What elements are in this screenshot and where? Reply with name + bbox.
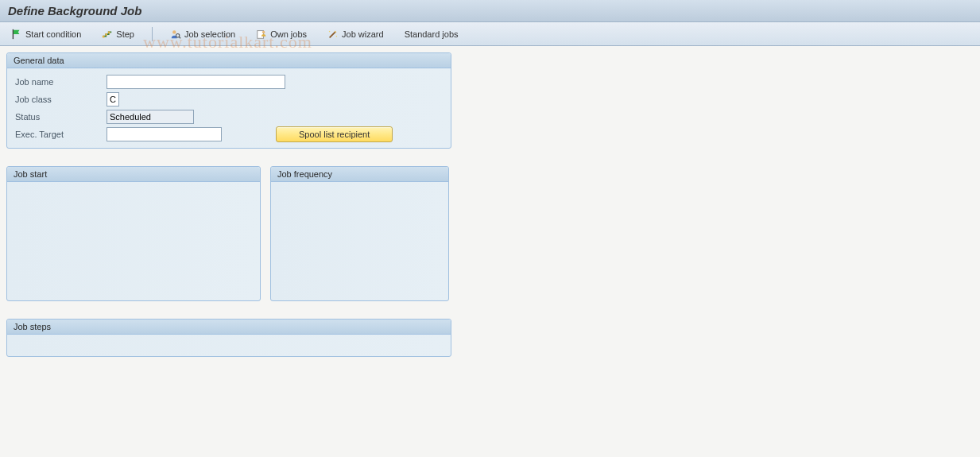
status-field: [107, 110, 194, 124]
general-data-header: General data: [7, 53, 451, 68]
svg-rect-0: [13, 29, 14, 38]
flag-icon: [11, 29, 22, 40]
exec-target-input[interactable]: [107, 127, 222, 141]
standard-jobs-button[interactable]: Standard jobs: [401, 28, 462, 41]
step-button[interactable]: Step: [99, 27, 138, 41]
svg-point-8: [262, 30, 265, 33]
job-start-header: Job start: [7, 167, 260, 182]
job-name-input[interactable]: [107, 75, 285, 89]
svg-line-6: [179, 37, 180, 38]
job-steps-header: Job steps: [7, 320, 451, 335]
job-frequency-panel: Job frequency: [270, 166, 449, 301]
job-start-panel: Job start: [6, 166, 261, 301]
person-search-icon: [170, 29, 181, 40]
general-data-panel: General data Job name Job class Status E…: [6, 52, 451, 149]
step-icon: [102, 29, 113, 40]
general-data-body: Job name Job class Status Exec. Target S…: [7, 68, 451, 148]
job-steps-panel: Job steps: [6, 319, 451, 357]
job-class-label: Job class: [15, 95, 107, 104]
content-area: General data Job name Job class Status E…: [0, 46, 980, 363]
toolbar-label: Standard jobs: [405, 29, 459, 39]
job-wizard-button[interactable]: Job wizard: [324, 27, 387, 41]
svg-line-9: [330, 32, 335, 37]
svg-rect-1: [103, 35, 105, 37]
toolbar-label: Job wizard: [342, 29, 384, 39]
own-jobs-button[interactable]: Own jobs: [253, 27, 310, 41]
status-label: Status: [15, 112, 107, 122]
toolbar-label: Own jobs: [270, 29, 307, 39]
svg-rect-3: [108, 31, 110, 33]
wizard-icon: [327, 29, 339, 40]
application-toolbar: Start condition Step Job selection Own j…: [0, 22, 980, 46]
job-name-label: Job name: [15, 77, 107, 87]
exec-target-label: Exec. Target: [15, 130, 107, 139]
job-frequency-header: Job frequency: [271, 167, 448, 182]
job-steps-body: [7, 335, 451, 341]
spool-list-recipient-button[interactable]: Spool list recipient: [276, 126, 393, 142]
toolbar-separator: [152, 27, 153, 41]
job-class-input[interactable]: [107, 92, 119, 107]
start-condition-button[interactable]: Start condition: [8, 27, 84, 41]
svg-point-4: [172, 30, 176, 33]
page-title: Define Background Job: [8, 4, 141, 17]
toolbar-label: Start condition: [25, 29, 81, 39]
user-document-icon: [256, 29, 267, 40]
job-start-body: [7, 182, 260, 192]
svg-marker-12: [336, 35, 338, 37]
job-frequency-body: [271, 182, 448, 192]
svg-marker-11: [329, 30, 331, 32]
svg-point-5: [176, 33, 179, 37]
start-frequency-row: Job start Job frequency: [6, 166, 974, 301]
toolbar-label: Job selection: [184, 29, 235, 39]
svg-rect-2: [106, 33, 108, 36]
job-selection-button[interactable]: Job selection: [167, 27, 238, 41]
title-bar: Define Background Job: [0, 0, 980, 22]
toolbar-label: Step: [116, 29, 134, 39]
